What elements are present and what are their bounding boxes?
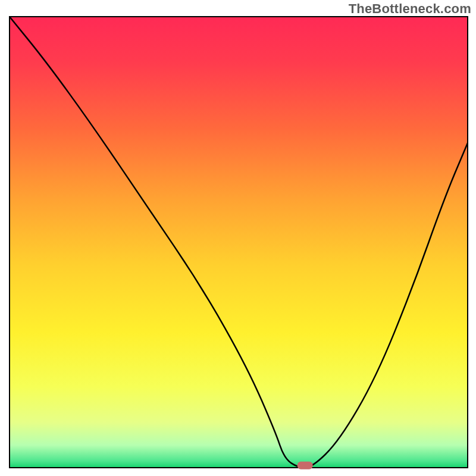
watermark-text: TheBottleneck.com bbox=[349, 1, 471, 17]
plot-background bbox=[10, 17, 468, 468]
chart-container: TheBottleneck.com bbox=[0, 0, 476, 476]
optimal-marker bbox=[298, 462, 313, 469]
bottleneck-chart bbox=[0, 0, 476, 476]
